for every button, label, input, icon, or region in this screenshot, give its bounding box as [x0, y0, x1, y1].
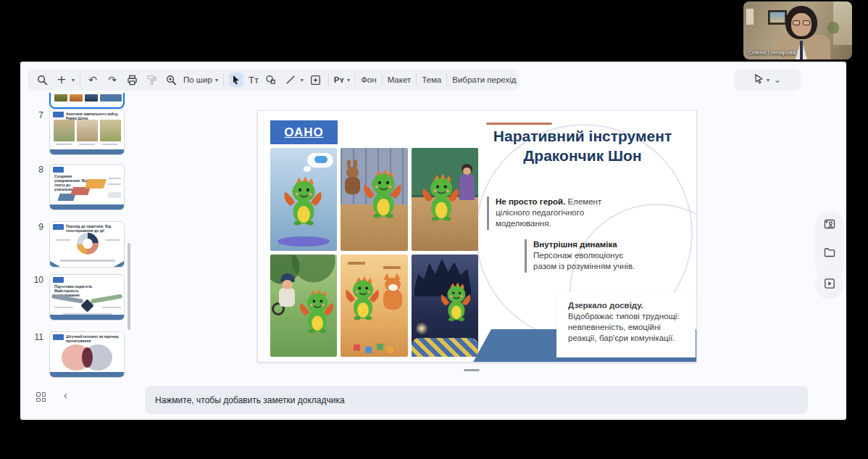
slide-title-line2: Дракончик Шон [475, 146, 690, 166]
dragon-image-classroom[interactable] [412, 148, 478, 251]
slide-canvas[interactable]: ОАНО Наративний інструмент Дракончик Шон [257, 110, 697, 363]
pen-tool-dropdown[interactable]: ▾ [347, 77, 350, 83]
webcam-tile[interactable]: Олена Гончарова [743, 1, 852, 59]
paint-format-icon[interactable] [144, 73, 159, 87]
toolbar-divider [80, 73, 80, 86]
thumb-bluebar [50, 149, 124, 154]
collapse-filmstrip-icon[interactable]: ‹ [64, 389, 67, 401]
slide-number: 8 [29, 165, 43, 175]
new-slide-button[interactable]: + [54, 73, 69, 87]
redo-button[interactable]: ↷ [105, 73, 120, 87]
toolbar-divider [328, 73, 329, 86]
thought-cloud [307, 153, 333, 168]
thumb7-caption [79, 144, 95, 145]
dragon-image-meditation[interactable] [270, 148, 337, 251]
present-icon[interactable] [824, 278, 835, 289]
laser-pointer-icon[interactable] [754, 73, 764, 87]
toy-block [365, 347, 372, 353]
thumb-logo [53, 112, 64, 117]
boy-figure [282, 280, 293, 289]
text-box-tool[interactable]: Tт [249, 75, 259, 86]
dragon-image-grid [270, 148, 478, 357]
slide-number: 10 [29, 275, 43, 285]
thumb-title: Перехід до практики: Від спостереження д… [66, 224, 122, 233]
thumbnail-slide-10[interactable]: Підготовка педагогів. Майстерність модел… [49, 274, 125, 321]
teacher-figure [463, 168, 471, 175]
rug [277, 236, 330, 247]
picture-frame [768, 10, 787, 25]
slide-number: 7 [29, 110, 43, 120]
slide-logo[interactable]: ОАНО [270, 120, 338, 144]
thumb6-image [70, 94, 83, 102]
line-tool-icon[interactable] [283, 73, 298, 87]
dragon-image-night[interactable] [412, 255, 478, 357]
participant-glasses [793, 20, 810, 25]
insert-comment-icon[interactable] [309, 73, 323, 87]
zoom-in-icon[interactable] [164, 73, 178, 87]
toolbar-divider [416, 73, 417, 86]
search-icon[interactable] [35, 73, 49, 87]
thumbnail-slide-6-selected[interactable] [49, 93, 125, 109]
bed-blanket [412, 338, 478, 357]
thumb7-comic-panel [77, 120, 98, 141]
theme-button[interactable]: Тема [422, 75, 441, 84]
thumb9-corner [50, 261, 60, 267]
undo-button[interactable]: ↶ [85, 73, 100, 87]
thumb-logo [53, 167, 64, 173]
dragon-image-hallway[interactable] [341, 148, 407, 251]
transition-button[interactable]: Вибрати перехід [452, 75, 516, 84]
toolbar-divider [223, 73, 224, 86]
slide-title[interactable]: Наративний інструмент Дракончик Шон [475, 127, 690, 166]
shelf [348, 262, 365, 265]
pen-tool[interactable]: Pʏ [334, 75, 344, 84]
thumb6-bluebar [100, 94, 122, 102]
teacher-figure [459, 174, 475, 200]
new-slide-dropdown[interactable]: ▾ [72, 77, 75, 83]
zoom-fit-dropdown[interactable]: ▾ [215, 77, 218, 83]
print-icon[interactable] [125, 73, 139, 87]
thumb6-image [54, 94, 67, 102]
thumbnail-slide-8[interactable]: Сходинки усвідомлення: Від опису до узаг… [49, 164, 125, 210]
slide-number: 9 [29, 222, 43, 232]
shelf [383, 266, 401, 269]
share-image-icon[interactable] [824, 218, 835, 230]
thumbnail-slide-7[interactable]: Анатомія навчального кейсу. Рамка Шона [49, 109, 125, 155]
select-tool-icon[interactable] [229, 73, 243, 87]
participant-tie [800, 41, 803, 59]
wall-paper-decor [746, 9, 754, 25]
thumb11-venn-overlap [82, 347, 93, 368]
thumb7-caption [102, 144, 118, 145]
background-button[interactable]: Фон [361, 75, 377, 84]
thumb10-label [102, 307, 121, 308]
zoom-fit-select[interactable]: По шир [183, 75, 212, 84]
speaker-notes-input[interactable]: Нажмите, чтобы добавить заметки докладчи… [145, 386, 808, 414]
collapse-menus-icon[interactable]: ⌄ [774, 75, 781, 84]
toy-block [387, 347, 393, 353]
folder-icon[interactable] [824, 247, 835, 258]
grid-view-icon[interactable] [36, 392, 46, 402]
candle-glow [415, 322, 428, 335]
layout-button[interactable]: Макет [388, 75, 412, 84]
thumb9-caption [60, 260, 115, 262]
boy-figure [279, 288, 295, 307]
text-block-hero[interactable]: Не просто герой. Елемент цілісного педаг… [487, 197, 622, 230]
thumb7-comic-panel [100, 120, 121, 141]
thumbnail-slide-11[interactable]: Штучний інтелект як партнер проєктування [49, 331, 125, 378]
toolbar-divider [355, 73, 356, 86]
thumb8-label [108, 192, 121, 198]
filmstrip-scrollbar[interactable] [128, 243, 130, 330]
notes-resize-handle[interactable] [464, 369, 480, 371]
toy-block [377, 344, 383, 350]
dragon-image-park[interactable] [270, 255, 337, 357]
slide-title-line1: Наративний інструмент [475, 127, 690, 146]
text-block-dynamics[interactable]: Внутрішня динамікаПерсонаж еволюціонує р… [525, 239, 645, 273]
thumbnail-slide-9[interactable]: Перехід до практики: Від спостереження д… [49, 221, 125, 268]
thumb8-label [108, 183, 121, 185]
text-block-mirror[interactable]: Дзеркало досвіду. Відображає типові труд… [556, 292, 696, 357]
dragon-image-playroom[interactable] [341, 255, 407, 357]
line-tool-dropdown[interactable]: ▾ [301, 77, 304, 83]
shape-tool-icon[interactable] [264, 73, 278, 87]
thumb-bluebar [50, 372, 124, 377]
pointer-dropdown[interactable]: ▾ [767, 77, 769, 83]
thumb7-caption [56, 144, 72, 145]
